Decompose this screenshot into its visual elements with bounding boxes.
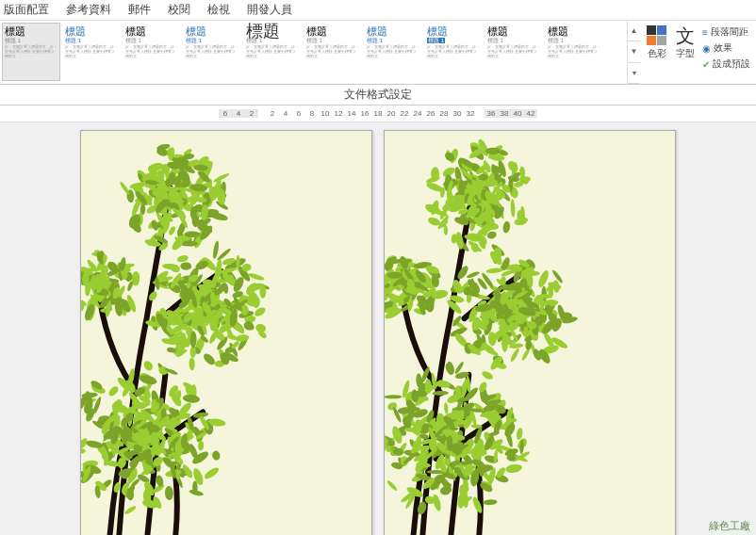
tree-artwork xyxy=(385,131,675,535)
fonts-label: 字型 xyxy=(676,47,695,60)
ribbon: 標題標題 1計：在索計置入標題的文，計：在第計置入標於 在索引標置入標的文標題標… xyxy=(0,21,756,85)
document-canvas xyxy=(0,122,756,535)
svg-point-328 xyxy=(235,333,250,342)
svg-point-178 xyxy=(119,181,131,196)
style-option-9[interactable]: 標題標題 1計：在索計置入標題的文，計：在第計置入標於 在索引標置入標的文 xyxy=(545,23,603,81)
ruler[interactable]: 642246810121416182022242628303236384042 xyxy=(0,105,756,122)
menu-layout[interactable]: 版面配置 xyxy=(4,2,49,18)
svg-point-140 xyxy=(212,172,230,184)
svg-point-1534 xyxy=(392,303,398,314)
svg-point-1439 xyxy=(385,395,403,398)
page-1[interactable] xyxy=(80,130,372,535)
gallery-down-icon[interactable]: ▼ xyxy=(628,41,640,62)
menu-developer[interactable]: 開發人員 xyxy=(247,2,292,18)
svg-point-429 xyxy=(211,450,221,462)
svg-point-1405 xyxy=(516,428,523,441)
default-label: 設成預設 xyxy=(713,57,750,71)
format-group: 色彩 文 字型 ≡ 段落間距 ◉ 效果 ✔ 設成預設 xyxy=(640,21,756,84)
fonts-button[interactable]: 文 字型 xyxy=(672,23,698,60)
svg-point-571 xyxy=(142,359,155,372)
svg-point-990 xyxy=(466,270,480,279)
svg-point-981 xyxy=(509,348,520,363)
svg-point-397 xyxy=(180,262,191,270)
svg-point-679 xyxy=(182,394,200,404)
svg-point-79 xyxy=(168,225,176,235)
style-option-6[interactable]: 標題標題 1計：在索計置入標題的文，計：在第計置入標於 在索引標置入標的文 xyxy=(364,23,422,81)
svg-rect-1 xyxy=(657,25,666,35)
svg-point-889 xyxy=(510,199,516,218)
svg-rect-3 xyxy=(657,36,666,45)
style-option-1[interactable]: 標題標題 1計：在索計置入標題的文，計：在第計置入標於 在索引標置入標的文 xyxy=(62,23,121,81)
menu-references[interactable]: 參考資料 xyxy=(66,2,111,18)
page-2[interactable] xyxy=(384,130,676,535)
svg-point-847 xyxy=(502,220,511,234)
style-option-2[interactable]: 標題標題 1計：在索計置入標題的文，計：在第計置入標於 在索引標置入標的文 xyxy=(123,23,181,81)
style-option-7[interactable]: 標題標題 1計：在索計置入標題的文，計：在第計置入標於 在索引標置入標的文 xyxy=(424,23,483,81)
spacing-icon: ≡ xyxy=(702,27,708,38)
format-side: ≡ 段落間距 ◉ 效果 ✔ 設成預設 xyxy=(700,23,752,72)
gallery-more-icon[interactable]: ▾ xyxy=(628,63,640,84)
svg-point-1165 xyxy=(485,268,503,274)
colors-icon xyxy=(646,24,668,47)
spacing-button[interactable]: ≡ 段落間距 xyxy=(700,24,752,40)
menu-mailings[interactable]: 郵件 xyxy=(128,2,151,18)
style-option-8[interactable]: 標題標題 1計：在索計置入標題的文，計：在第計置入標於 在索引標置入標的文 xyxy=(485,23,543,81)
svg-point-1162 xyxy=(552,280,560,293)
svg-point-939 xyxy=(514,216,529,226)
svg-point-1315 xyxy=(444,402,449,413)
effects-label: 效果 xyxy=(714,41,732,55)
style-option-0[interactable]: 標題標題 1計：在索計置入標題的文，計：在第計置入標於 在索引標置入標的文 xyxy=(2,23,60,81)
gallery-expand[interactable]: ▲ ▼ ▾ xyxy=(627,21,640,84)
gallery-up-icon[interactable]: ▲ xyxy=(628,21,640,41)
svg-point-1414 xyxy=(478,381,488,393)
svg-point-938 xyxy=(519,166,526,177)
fonts-icon: 文 xyxy=(674,24,697,47)
svg-point-292 xyxy=(176,254,189,263)
svg-point-539 xyxy=(198,441,205,451)
check-icon: ✔ xyxy=(702,59,710,70)
menu-view[interactable]: 檢視 xyxy=(207,2,230,18)
svg-point-1451 xyxy=(483,499,497,506)
svg-point-245 xyxy=(202,351,217,366)
watermark: 綠色工廠 xyxy=(709,519,750,533)
svg-rect-0 xyxy=(647,25,656,35)
menu-bar: 版面配置 參考資料 郵件 校閱 檢視 開發人員 xyxy=(0,0,756,21)
svg-point-417 xyxy=(81,447,86,454)
default-button[interactable]: ✔ 設成預設 xyxy=(700,57,752,72)
svg-point-1326 xyxy=(481,370,494,381)
svg-point-322 xyxy=(189,357,194,370)
spacing-label: 段落間距 xyxy=(711,25,748,39)
effects-icon: ◉ xyxy=(702,43,711,54)
colors-label: 色彩 xyxy=(648,47,666,60)
style-option-3[interactable]: 標題標題 1計：在索計置入標題的文，計：在第計置入標於 在索引標置入標的文 xyxy=(183,23,241,81)
svg-point-1255 xyxy=(505,463,523,474)
svg-rect-2 xyxy=(647,36,656,45)
effects-button[interactable]: ◉ 效果 xyxy=(700,41,752,56)
style-option-4[interactable]: 標題標題 1計：在索計置入標題的文，計：在第計置入標於 在索引標置入標的文 xyxy=(243,23,302,81)
svg-point-1230 xyxy=(386,479,399,492)
svg-point-254 xyxy=(255,322,267,333)
svg-point-522 xyxy=(203,465,221,480)
section-title: 文件格式設定 xyxy=(0,85,756,105)
svg-point-457 xyxy=(123,505,137,515)
tree-artwork xyxy=(81,131,371,535)
menu-review[interactable]: 校閱 xyxy=(168,2,190,18)
colors-button[interactable]: 色彩 xyxy=(644,23,670,60)
svg-point-586 xyxy=(107,384,121,397)
svg-point-283 xyxy=(212,240,220,259)
style-option-5[interactable]: 標題標題 1計：在索計置入標題的文，計：在第計置入標於 在索引標置入標的文 xyxy=(304,23,362,81)
styles-gallery: 標題標題 1計：在索計置入標題的文，計：在第計置入標於 在索引標置入標的文標題標… xyxy=(0,21,627,84)
svg-point-433 xyxy=(165,486,173,501)
